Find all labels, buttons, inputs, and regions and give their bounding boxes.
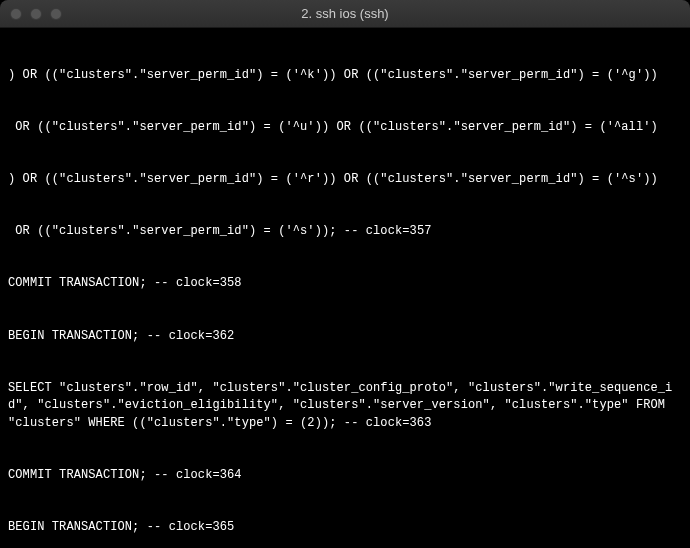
- terminal-line: ) OR (("clusters"."server_perm_id") = ('…: [8, 67, 682, 84]
- window-title: 2. ssh ios (ssh): [0, 6, 690, 21]
- terminal-line: BEGIN TRANSACTION; -- clock=362: [8, 328, 682, 345]
- terminal-line: ) OR (("clusters"."server_perm_id") = ('…: [8, 171, 682, 188]
- terminal-line: COMMIT TRANSACTION; -- clock=364: [8, 467, 682, 484]
- terminal-output[interactable]: ) OR (("clusters"."server_perm_id") = ('…: [0, 28, 690, 548]
- terminal-line: COMMIT TRANSACTION; -- clock=358: [8, 275, 682, 292]
- terminal-line: OR (("clusters"."server_perm_id") = ('^s…: [8, 223, 682, 240]
- terminal-line: SELECT "clusters"."row_id", "clusters"."…: [8, 380, 682, 432]
- terminal-line: OR (("clusters"."server_perm_id") = ('^u…: [8, 119, 682, 136]
- window-titlebar: 2. ssh ios (ssh): [0, 0, 690, 28]
- terminal-line: BEGIN TRANSACTION; -- clock=365: [8, 519, 682, 536]
